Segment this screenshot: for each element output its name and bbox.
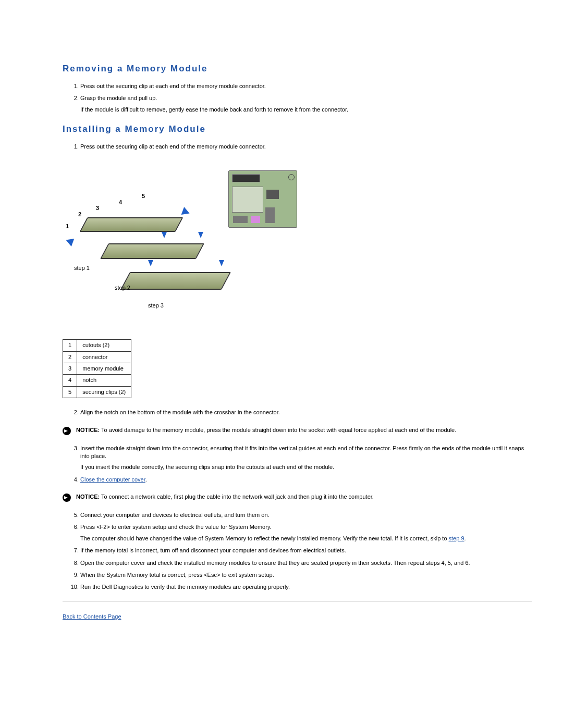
installing-step-6: Press <F2> to enter system setup and che… [80,523,532,542]
step-text: Press out the securing clip at each end … [80,83,266,89]
step-text: Run the Dell Diagnostics to verify that … [80,584,290,590]
callout-table: 1 cutouts (2) 2 connector 3 memory modul… [63,339,131,398]
step-text: Insert the module straight down into the… [80,445,524,459]
step-text: If the memory total is incorrect, turn o… [80,547,346,553]
mobo-chip [266,190,279,199]
callout-num-cell: 3 [63,363,77,374]
notice-label: NOTICE: [76,493,100,500]
step-subtext: The computer should have changed the val… [80,535,532,542]
table-row: 4 notch [63,375,131,386]
step-text: Press <F2> to enter system setup and che… [80,524,272,530]
subtext-post: . [464,535,466,541]
mobo-port [232,174,260,182]
notice-label: NOTICE: [76,427,100,433]
callout-num: 4 [119,199,122,206]
callout-num-cell: 4 [63,375,77,386]
back-to-contents-link[interactable]: Back to Contents Page [63,613,121,620]
mobo-block [233,216,248,223]
installing-steps-5-10: Connect your computer and devices to ele… [63,511,532,591]
installing-step-10: Run the Dell Diagnostics to verify that … [80,583,532,591]
heading-removing: Removing a Memory Module [63,63,532,75]
notice-text: NOTICE: To connect a network cable, firs… [76,493,374,501]
section-divider [63,601,532,601]
step-subtext: If you insert the module correctly, the … [80,463,532,471]
installing-step-4: Close the computer cover. [80,476,532,484]
mobo-block [265,207,275,223]
dimm-slot-3 [120,272,231,290]
step-text: When the System Memory total is correct,… [80,572,274,578]
callout-num-cell: 5 [63,386,77,398]
arrow-icon [181,207,191,217]
callout-text-cell: connector [77,351,131,363]
mobo-dimm-slots [232,187,263,213]
callout-num: 1 [66,223,69,230]
step-9-link[interactable]: step 9 [449,535,464,541]
callout-text-cell: memory module [77,363,131,374]
installing-step-3: Insert the module straight down into the… [80,445,532,472]
notice-text: NOTICE: To avoid damage to the memory mo… [76,426,456,434]
subtext-pre: The computer should have changed the val… [80,535,449,541]
table-row: 3 memory module [63,363,131,374]
motherboard-inset [228,170,297,228]
callout-num-cell: 2 [63,351,77,363]
removing-step-1: Press out the securing clip at each end … [80,82,532,90]
callout-text-cell: notch [77,375,131,386]
step-text: Grasp the module and pull up. [80,95,157,101]
installing-step-9: When the System Memory total is correct,… [80,571,532,579]
notice-body: To connect a network cable, first plug t… [101,493,374,500]
notice-body: To avoid damage to the memory module, pr… [101,427,456,433]
memory-module-figure: 1 2 3 4 5 step 1 step 2 step 3 [63,170,292,316]
figure-step-label: step 1 [74,264,90,272]
step-text: Open the computer cover and check the in… [80,560,470,566]
step-text: Align the notch on the bottom of the mod… [80,409,280,415]
callout-text-cell: securing clips (2) [77,386,131,398]
dimm-slot-2 [100,243,204,259]
installing-steps-2: Align the notch on the bottom of the mod… [63,409,532,416]
step-text: Press out the securing clip at each end … [80,143,266,150]
notice-block: NOTICE: To avoid damage to the memory mo… [63,426,532,435]
figure-step-label: step 2 [115,284,130,292]
arrow-icon [65,236,75,246]
installing-steps-pre: Press out the securing clip at each end … [63,143,532,151]
installing-step-8: Open the computer cover and check the in… [80,559,532,567]
installing-step-5: Connect your computer and devices to ele… [80,511,532,519]
back-to-contents: Back to Contents Page [63,613,532,621]
callout-num: 5 [142,192,145,200]
figure-step-label: step 3 [148,302,164,310]
callout-num: 2 [78,211,81,218]
heading-installing: Installing a Memory Module [63,123,532,135]
step-suffix: . [145,476,147,483]
mobo-hole-icon [288,174,295,180]
table-row: 1 cutouts (2) [63,340,131,351]
notice-icon [63,493,71,502]
mobo-component [251,216,260,223]
step-text: Connect your computer and devices to ele… [80,512,270,518]
notice-icon [63,427,71,435]
callout-num-cell: 1 [63,340,77,351]
installing-step-7: If the memory total is incorrect, turn o… [80,547,532,554]
arrow-down-icon [148,260,153,266]
step-subtext: If the module is difficult to remove, ge… [80,106,532,114]
close-cover-link[interactable]: Close the computer cover [80,476,145,483]
installing-step-2: Align the notch on the bottom of the mod… [80,409,532,416]
callout-text-cell: cutouts (2) [77,340,131,351]
document-page: Removing a Memory Module Press out the s… [0,0,563,683]
removing-steps: Press out the securing clip at each end … [63,82,532,114]
installing-step-1: Press out the securing clip at each end … [80,143,532,151]
arrow-down-icon [219,260,224,266]
table-row: 2 connector [63,351,131,363]
removing-step-2: Grasp the module and pull up. If the mod… [80,94,532,114]
table-row: 5 securing clips (2) [63,386,131,398]
callout-num: 3 [96,204,99,212]
dimm-slot-1 [80,217,183,232]
arrow-down-icon [198,232,203,238]
arrow-down-icon [162,232,167,238]
installing-steps-3-4: Insert the module straight down into the… [63,445,532,484]
figure-block: 1 2 3 4 5 step 1 step 2 step 3 [63,170,532,316]
notice-block: NOTICE: To connect a network cable, firs… [63,493,532,502]
